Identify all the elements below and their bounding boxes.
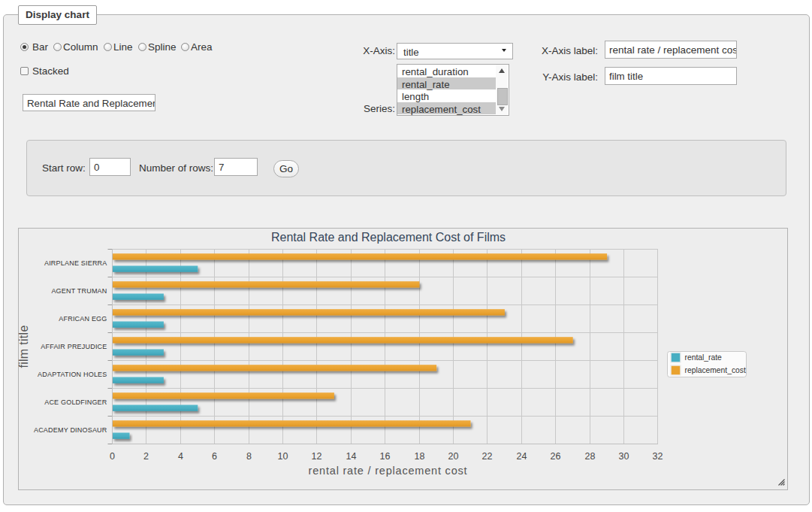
svg-text:AGENT TRUMAN: AGENT TRUMAN — [51, 287, 107, 295]
svg-text:2: 2 — [143, 451, 149, 462]
svg-text:0: 0 — [110, 451, 115, 462]
svg-text:AFRICAN EGG: AFRICAN EGG — [59, 315, 107, 323]
svg-text:16: 16 — [380, 451, 391, 462]
svg-text:rental rate / replacement cost: rental rate / replacement cost — [309, 465, 468, 477]
svg-text:24: 24 — [517, 451, 527, 462]
svg-text:22: 22 — [482, 451, 493, 462]
svg-text:6: 6 — [212, 451, 217, 462]
svg-text:12: 12 — [312, 451, 322, 462]
svg-text:rental_rate: rental_rate — [685, 353, 723, 362]
svg-text:ACADEMY DINOSAUR: ACADEMY DINOSAUR — [34, 426, 107, 434]
svg-text:replacement_cost: replacement_cost — [685, 366, 746, 374]
svg-text:20: 20 — [448, 451, 459, 462]
svg-text:AFFAIR PREJUDICE: AFFAIR PREJUDICE — [41, 343, 107, 350]
svg-text:4: 4 — [178, 451, 183, 462]
svg-text:film title: film title — [18, 325, 30, 368]
svg-text:14: 14 — [346, 451, 357, 462]
svg-text:28: 28 — [585, 451, 596, 462]
svg-text:ADAPTATION HOLES: ADAPTATION HOLES — [38, 371, 107, 378]
svg-text:26: 26 — [551, 451, 561, 462]
svg-text:Rental Rate and Replacement Co: Rental Rate and Replacement Cost of Film… — [271, 231, 506, 244]
svg-text:8: 8 — [246, 451, 252, 462]
svg-text:ACE GOLDFINGER: ACE GOLDFINGER — [44, 398, 107, 406]
svg-text:32: 32 — [653, 451, 663, 462]
svg-text:10: 10 — [278, 451, 288, 462]
svg-text:AIRPLANE SIERRA: AIRPLANE SIERRA — [44, 259, 107, 267]
svg-text:30: 30 — [619, 451, 629, 462]
svg-text:18: 18 — [415, 451, 425, 462]
